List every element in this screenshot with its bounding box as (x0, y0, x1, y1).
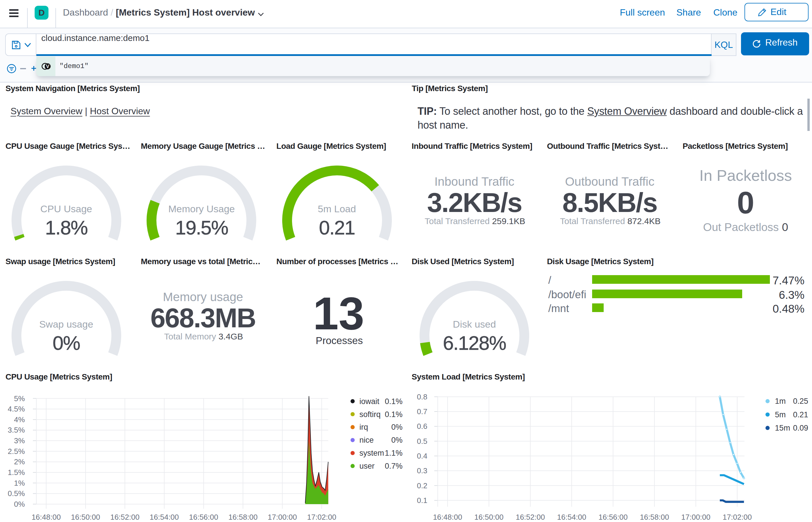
svg-text:16:54:00: 16:54:00 (150, 513, 179, 521)
svg-text:1.1%: 1.1% (385, 449, 402, 457)
svg-text:irq: irq (359, 423, 368, 431)
svg-text:5m: 5m (775, 410, 786, 419)
svg-text:V: V (46, 64, 49, 69)
svg-text:16:58:00: 16:58:00 (228, 513, 257, 521)
svg-text:16:50:00: 16:50:00 (71, 513, 100, 521)
svg-text:0%: 0% (391, 436, 402, 444)
svg-text:0.25: 0.25 (793, 397, 808, 405)
svg-text:0.1%: 0.1% (385, 410, 402, 419)
svg-text:16:52:00: 16:52:00 (110, 513, 139, 521)
svg-text:0%: 0% (14, 500, 25, 508)
svg-text:4.5%: 4.5% (8, 405, 25, 413)
svg-text:0%: 0% (391, 423, 402, 431)
svg-text:1%: 1% (14, 479, 25, 487)
svg-text:0.5%: 0.5% (8, 489, 25, 498)
svg-text:0.7: 0.7 (417, 407, 427, 416)
svg-text:3%: 3% (14, 436, 25, 445)
svg-text:system: system (359, 449, 384, 457)
svg-text:16:56:00: 16:56:00 (189, 513, 218, 521)
svg-text:4%: 4% (14, 415, 25, 424)
svg-text:0.5: 0.5 (417, 437, 427, 446)
svg-text:iowait: iowait (359, 397, 379, 406)
svg-text:1.5%: 1.5% (8, 468, 25, 477)
svg-text:16:50:00: 16:50:00 (474, 513, 503, 521)
svg-text:0.21: 0.21 (793, 410, 808, 419)
svg-text:15m: 15m (775, 424, 790, 432)
svg-text:1m: 1m (775, 397, 786, 405)
svg-text:16:58:00: 16:58:00 (640, 513, 669, 521)
svg-text:16:48:00: 16:48:00 (433, 513, 462, 521)
svg-text:softirq: softirq (359, 410, 381, 419)
svg-text:2%: 2% (14, 457, 25, 466)
svg-text:0.1: 0.1 (417, 496, 427, 505)
svg-text:0.6: 0.6 (417, 422, 427, 430)
svg-text:3.5%: 3.5% (8, 426, 25, 434)
svg-text:0.3: 0.3 (417, 466, 427, 475)
svg-text:0.8: 0.8 (417, 393, 427, 401)
svg-text:user: user (359, 462, 375, 470)
svg-text:16:54:00: 16:54:00 (557, 513, 586, 521)
svg-text:0.2: 0.2 (417, 481, 427, 490)
svg-text:0.4: 0.4 (417, 451, 427, 460)
svg-text:2.5%: 2.5% (8, 447, 25, 456)
svg-text:nice: nice (359, 436, 374, 444)
svg-text:16:52:00: 16:52:00 (516, 513, 545, 521)
svg-text:16:56:00: 16:56:00 (598, 513, 628, 521)
svg-text:0.7%: 0.7% (385, 462, 402, 470)
svg-text:0.09: 0.09 (793, 424, 808, 432)
svg-text:17:02:00: 17:02:00 (722, 513, 752, 521)
svg-text:0.1%: 0.1% (385, 397, 402, 406)
svg-text:16:48:00: 16:48:00 (32, 513, 61, 521)
svg-text:5%: 5% (14, 394, 25, 403)
svg-text:17:02:00: 17:02:00 (307, 513, 336, 521)
svg-text:17:00:00: 17:00:00 (268, 513, 297, 521)
svg-text:17:00:00: 17:00:00 (681, 513, 710, 521)
